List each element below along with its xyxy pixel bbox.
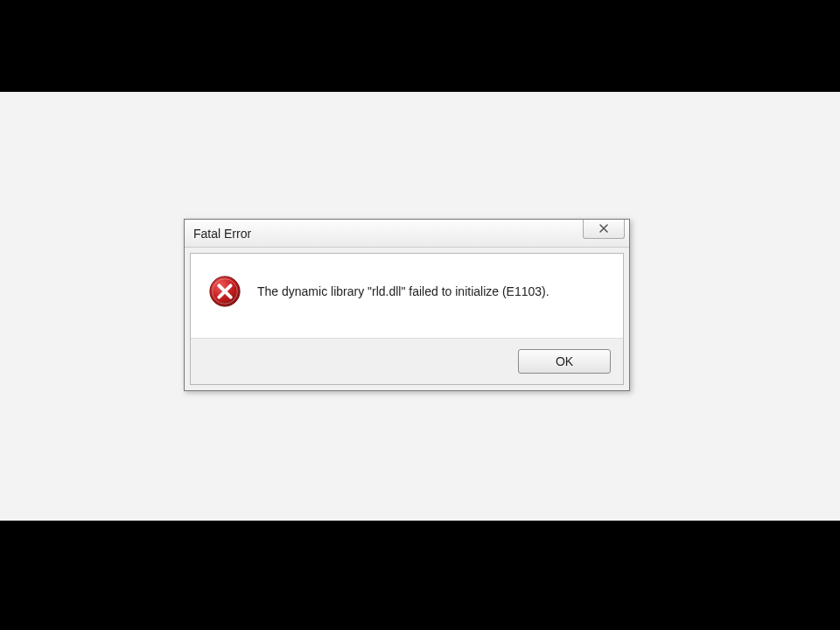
ok-button[interactable]: OK: [518, 349, 611, 374]
error-dialog: Fatal Error The dynamic librar: [184, 219, 630, 391]
dialog-button-bar: OK: [191, 338, 623, 384]
close-icon: [598, 223, 609, 234]
close-button[interactable]: [583, 220, 625, 239]
error-icon: [208, 275, 242, 308]
dialog-title: Fatal Error: [193, 227, 251, 241]
dialog-titlebar[interactable]: Fatal Error: [185, 220, 629, 248]
dialog-content: The dynamic library "rld.dll" failed to …: [191, 254, 623, 338]
dialog-content-frame: The dynamic library "rld.dll" failed to …: [190, 253, 624, 385]
error-message: The dynamic library "rld.dll" failed to …: [257, 284, 550, 298]
